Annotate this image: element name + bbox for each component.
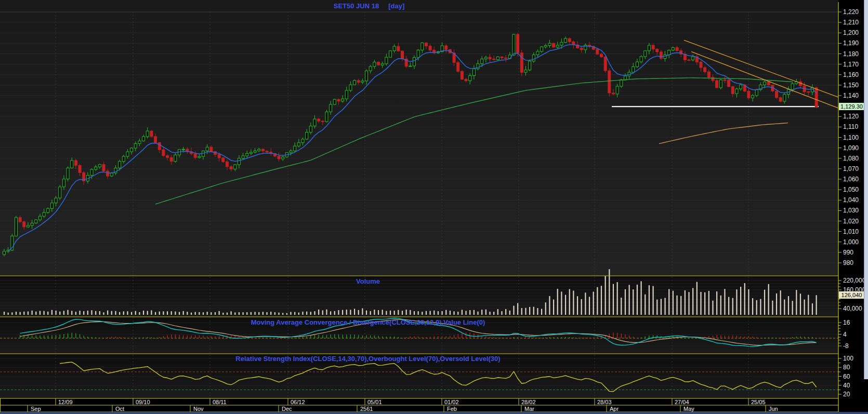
date-tick-label: 09/10 [136,399,150,405]
chart-canvas[interactable]: 1,2201,2101,2001,1901,1801,1701,1601,150… [0,0,868,414]
macd-panel-label: Moving Average Convergence / Divergence(… [251,318,485,326]
price-tick-label: 1,080 [843,155,859,162]
price-tick-label: 1,090 [843,144,859,152]
price-tick-label: 1,000 [843,238,859,246]
symbol-title: SET50 JUN 18 [334,2,379,10]
trading-chart-window: 1,2201,2101,2001,1901,1801,1701,1601,150… [0,0,868,414]
price-tick-label: 1,070 [843,165,859,172]
panel-backgrounds [0,0,868,412]
price-tick-label: 990 [843,249,853,256]
last-price-tag: 1,129.30 [839,103,864,110]
timeframe-label: [day] [388,2,404,10]
rsi-tick-label: 100 [843,355,853,362]
macd-tick-label: 4 [843,331,847,338]
chart-title: SET50 JUN 18[day] [334,2,405,10]
rsi-tick-label: 60 [843,373,850,380]
month-label: Jun [769,406,778,412]
price-tick-label: 1,060 [843,176,859,183]
price-tick-label: 1,140 [843,92,859,99]
price-tick-label: 1,150 [843,82,859,89]
macd-tick-label: 16 [843,319,850,326]
rsi-tick-label: 20 [843,391,850,398]
date-tick-label: 27/04 [675,399,689,405]
date-tick-label: 28/02 [521,399,536,405]
price-tick-label: 1,100 [843,134,859,141]
rsi-tick-label: 80 [843,364,850,371]
date-tick-label: 12/09 [58,399,73,405]
price-tick-label: 1,210 [843,19,859,26]
volume-panel-label: Volume [356,277,380,285]
price-tick-label: 1,220 [843,8,859,16]
price-tick-label: 1,040 [843,196,859,204]
date-tick-label: 25/05 [751,399,766,405]
month-label: Oct [115,406,124,412]
rsi-tick-label: 40 [843,382,850,389]
month-label: Apr [610,406,619,412]
date-tick-label: 05/01 [367,399,382,405]
month-label: 2561 [360,406,373,412]
price-tick-label: 1,110 [843,123,858,130]
price-tick-label: 1,190 [843,39,859,47]
volume-tick-label: 40,000 [843,305,862,312]
price-tick-label: 980 [843,259,853,266]
price-tick-label: 1,200 [843,29,859,36]
month-label: Sep [31,406,41,412]
price-tick-label: 1,160 [843,71,859,78]
volume-tick-label: 220,000 [843,277,866,284]
price-tick-label: 1,020 [843,218,859,225]
month-label: May [683,406,694,412]
price-tick-label: 1,030 [843,207,859,214]
macd-tick-label: -8 [843,342,849,350]
vertical-scrollbar[interactable] [864,0,868,379]
date-tick-label: 28/03 [597,399,612,405]
month-label: Nov [193,406,204,412]
last-volume-tag: 126,040 [839,291,864,299]
month-label: Feb [447,406,457,412]
month-label: Mar [524,406,534,412]
price-tick-label: 1,050 [843,186,859,193]
window-bottom-edge [0,412,868,414]
date-tick-label: 01/02 [444,399,459,405]
price-tick-label: 1,120 [843,113,859,120]
month-label: Dec [282,406,292,412]
price-tick-label: 1,010 [843,228,859,235]
price-tick-label: 1,170 [843,61,859,68]
date-tick-label: 08/11 [213,399,227,405]
rsi-panel-label: Relative Strength Index(CLOSE,14,30,70),… [235,355,500,363]
price-tick-label: 1,180 [843,50,859,58]
date-tick-label: 06/12 [291,399,305,405]
